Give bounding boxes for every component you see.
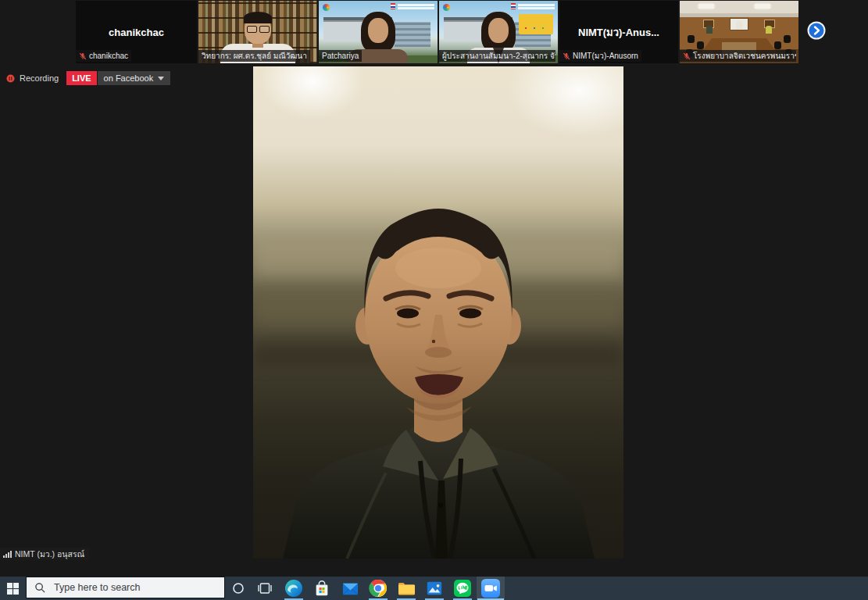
participant-label-text: chanikchac: [89, 50, 128, 62]
participant-label: NIMT(มว)-Anusorn: [559, 50, 641, 62]
recording-indicator[interactable]: Recording: [6, 73, 59, 83]
live-destination-label: on Facebook: [104, 73, 154, 84]
ceiling-light: [698, 4, 714, 9]
participant-thumbnail[interactable]: วิทยากร: ผศ.ดร.ชุลย์ มณีวัฒนา: [198, 1, 317, 63]
signal-bars-icon: [3, 550, 12, 558]
training-banner: [519, 14, 553, 34]
virtual-background-building: [395, 22, 430, 47]
taskbar-app-mail[interactable]: [336, 577, 364, 600]
taskbar-app-edge[interactable]: [280, 577, 308, 600]
taskbar-search[interactable]: [26, 577, 225, 598]
taskbar-app-line[interactable]: [448, 577, 477, 600]
thumbnail-person: [368, 18, 388, 43]
participant-label: โรงพยาบาลจิตเวชนครพนมราชนค...: [680, 50, 796, 62]
participant-thumbnail[interactable]: NIMT(มว)-Anus... NIMT(มว)-Anusorn: [559, 1, 678, 63]
zoom-icon: [481, 579, 500, 598]
search-input[interactable]: [52, 581, 212, 594]
participant-label: วิทยากร: ผศ.ดร.ชุลย์ มณีวัฒนา: [198, 50, 310, 62]
taskbar-app-chrome[interactable]: [364, 577, 392, 600]
participant-label-text: Patchariya: [322, 50, 359, 62]
taskbar-app-file-explorer[interactable]: [392, 577, 420, 600]
thumbnail-person: [488, 18, 509, 43]
speaker-person: [253, 66, 623, 559]
thumbnail-person: [766, 26, 772, 34]
chair: [688, 35, 695, 43]
sdg-logo-icon: [443, 4, 450, 11]
photos-icon: [426, 580, 443, 597]
taskbar-app-photos[interactable]: [420, 577, 448, 600]
live-destination-dropdown[interactable]: on Facebook: [98, 71, 171, 85]
sdg-logo-icon: [323, 4, 330, 11]
nimt-logo-icon: [391, 3, 434, 12]
thumbnail-person: [244, 12, 272, 23]
cortana-icon: [232, 582, 245, 595]
search-icon: [34, 582, 46, 594]
main-video: [253, 66, 623, 559]
recording-pause-icon: [6, 74, 15, 83]
line-icon: [454, 580, 471, 597]
start-button[interactable]: [0, 577, 26, 600]
cortana-button[interactable]: [225, 577, 252, 600]
active-speaker-name: NIMT (มว.) อนุสรณ์: [15, 548, 84, 561]
thumbnail-person: [706, 26, 713, 34]
participant-label-text: NIMT(มว)-Anusorn: [573, 50, 638, 62]
thumbnail-person: [246, 26, 270, 32]
participant-label: chanikchac: [76, 50, 131, 62]
chevron-right-icon: [807, 21, 826, 40]
windows-taskbar: [0, 577, 868, 600]
participant-label: Patchariya: [319, 50, 362, 62]
taskbar-app-zoom[interactable]: [477, 577, 505, 600]
chair: [774, 41, 781, 49]
participant-thumbnail[interactable]: chanikchac chanikchac: [76, 1, 197, 63]
windows-logo-icon: [7, 583, 19, 595]
participant-label-text: วิทยากร: ผศ.ดร.ชุลย์ มณีวัฒนา: [202, 50, 307, 62]
taskbar-app-store[interactable]: [308, 577, 336, 600]
participant-label-text: โรงพยาบาลจิตเวชนครพนมราชนค...: [693, 50, 796, 62]
chair: [784, 35, 791, 43]
recording-label: Recording: [20, 73, 59, 83]
status-row: Recording LIVE on Facebook: [6, 71, 170, 85]
participant-name-text: chanikchac: [109, 27, 164, 38]
participant-name-text: NIMT(มว)-Anus...: [578, 24, 659, 41]
participant-thumbnail[interactable]: ผู้ประสานงานสัมมนา-2-สุณากร จันทร์...: [439, 1, 558, 63]
zoom-meeting-window: chanikchac chanikchac วิทยากร: ผศ.ดร.ชุล…: [0, 0, 868, 600]
ceiling-light: [755, 4, 770, 9]
chair: [697, 41, 704, 49]
caret-down-icon: [158, 76, 164, 80]
mail-icon: [341, 580, 359, 598]
edge-icon: [284, 579, 303, 598]
microsoft-store-icon: [313, 580, 330, 597]
task-view-button[interactable]: [252, 577, 278, 600]
next-videos-button[interactable]: [807, 21, 826, 40]
muted-mic-icon: [683, 52, 691, 60]
thumbnail-person: [736, 21, 742, 29]
participant-thumbnail[interactable]: Patchariya: [319, 1, 438, 63]
participant-thumbnail[interactable]: โรงพยาบาลจิตเวชนครพนมราชนค...: [680, 1, 798, 63]
file-explorer-icon: [397, 579, 416, 598]
task-view-icon: [258, 583, 272, 594]
nimt-logo-icon: [511, 3, 555, 12]
participant-label: ผู้ประสานงานสัมมนา-2-สุณากร จันทร์...: [439, 50, 555, 62]
muted-mic-icon: [563, 52, 570, 60]
active-speaker-label: NIMT (มว.) อนุสรณ์: [0, 548, 89, 560]
live-badge: LIVE: [66, 71, 96, 85]
muted-mic-icon: [79, 52, 87, 60]
participant-label-text: ผู้ประสานงานสัมมนา-2-สุณากร จันทร์...: [442, 50, 555, 62]
chrome-icon: [369, 579, 388, 598]
